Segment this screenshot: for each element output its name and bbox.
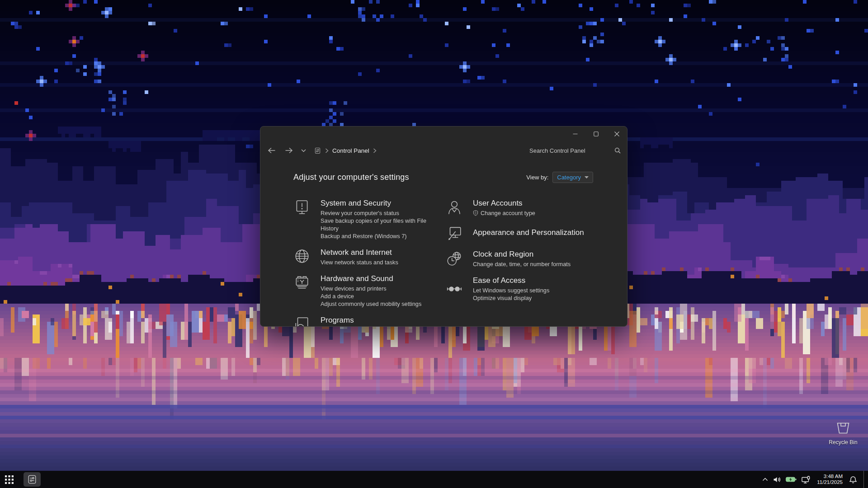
uac-shield-icon [473,210,478,216]
category-link[interactable]: View devices and printers [321,285,421,292]
category-title[interactable]: Programs [321,315,371,325]
category-title[interactable]: Hardware and Sound [321,274,421,283]
category-programs: ProgramsUninstall a program [293,315,443,327]
system-tray: 3:48 AM 11/21/2025 [762,471,868,488]
category-link-text: Save backup copies of your files with Fi… [321,217,443,232]
close-button[interactable] [606,127,627,141]
category-link[interactable]: Review your computer's status [321,209,443,217]
category-link-text: View devices and printers [321,285,387,292]
control-panel-app-icon [27,474,37,484]
clock-time: 3:48 AM [817,474,843,479]
category-link[interactable]: Let Windows suggest settings [473,286,549,294]
category-title[interactable]: Appearance and Personalization [473,228,584,237]
control-panel-window: Control Panel Adjust your computer's set… [260,126,627,327]
notifications-bell-icon[interactable] [849,476,857,483]
ease-access-icon [446,280,463,297]
category-title[interactable]: Clock and Region [473,249,571,259]
search-box[interactable] [528,147,619,155]
category-link-text: Optimize visual display [473,294,532,302]
user-accounts-icon [446,199,463,216]
category-link-text: Uninstall a program [321,326,371,327]
maximize-button[interactable] [585,127,606,141]
taskbar-control-panel-button[interactable] [24,472,41,487]
category-appearance-and-personalization: Appearance and Personalization [446,225,599,242]
category-title[interactable]: Network and Internet [321,248,398,257]
appearance-icon [446,225,463,242]
category-link[interactable]: Save backup copies of your files with Fi… [321,217,443,232]
category-link[interactable]: Optimize visual display [473,294,549,302]
desktop: Recycle Bin [0,0,868,488]
search-icon [614,147,621,154]
forward-button[interactable] [285,147,293,154]
breadcrumb-chevron-icon[interactable] [325,148,329,153]
network-internet-icon [293,248,311,265]
category-link-text: Change date, time, or number formats [473,260,571,268]
category-link-text: Backup and Restore (Windows 7) [321,232,407,240]
minimize-button[interactable] [565,127,585,141]
volume-icon[interactable] [773,476,781,483]
category-system-and-security: System and SecurityReview your computer'… [293,198,443,240]
category-link-text: Change account type [481,209,535,217]
category-link-text: Review your computer's status [321,209,399,217]
clock-date: 11/21/2025 [817,479,843,485]
category-link[interactable]: View network status and tasks [321,258,398,266]
back-button[interactable] [268,147,276,154]
category-link[interactable]: Uninstall a program [321,326,371,327]
category-title[interactable]: Ease of Access [473,276,549,285]
system-security-icon [293,198,311,216]
category-link-text: Add a device [321,292,354,300]
category-hardware-and-sound: Hardware and SoundView devices and print… [293,274,443,308]
recent-locations-chevron-icon[interactable] [301,149,306,152]
category-link-text: View network status and tasks [321,258,398,266]
breadcrumb[interactable]: Control Panel [332,147,369,154]
search-input[interactable] [528,147,610,155]
taskbar-clock[interactable]: 3:48 AM 11/21/2025 [817,474,843,485]
category-link[interactable]: Change date, time, or number formats [473,260,571,268]
category-link[interactable]: Backup and Restore (Windows 7) [321,232,443,240]
control-panel-address-icon[interactable] [314,147,321,154]
titlebar[interactable] [260,127,627,141]
view-by-value: Category [557,174,581,181]
category-link[interactable]: Change account type [473,209,535,217]
category-title[interactable]: User Accounts [473,198,535,208]
page-title: Adjust your computer's settings [293,173,409,182]
category-link-text: Let Windows suggest settings [473,286,549,294]
show-desktop-button[interactable] [863,471,866,488]
categories-right-column: User AccountsChange account typeAppearan… [446,198,599,310]
category-user-accounts: User AccountsChange account type [446,198,599,217]
category-network-and-internet: Network and InternetView network status … [293,248,443,266]
taskbar: 3:48 AM 11/21/2025 [0,471,868,488]
start-button[interactable] [0,471,18,488]
maximize-icon [594,131,599,136]
breadcrumb-chevron-icon[interactable] [373,148,377,153]
clock-region-icon [446,250,463,267]
network-icon[interactable] [802,476,810,483]
chevron-down-icon [585,176,589,179]
view-by-label: View by: [526,174,548,181]
recycle-bin-icon [834,419,852,437]
category-title[interactable]: System and Security [321,198,443,208]
hidden-icons-chevron-icon[interactable] [762,478,768,481]
minimize-icon [573,131,578,136]
category-link[interactable]: Add a device [321,292,421,300]
category-ease-of-access: Ease of AccessLet Windows suggest settin… [446,276,599,302]
battery-charging-icon[interactable] [786,476,797,483]
category-link[interactable]: Adjust commonly used mobility settings [321,300,421,308]
start-grid-icon [5,475,14,484]
navigation-bar: Control Panel [260,141,627,160]
hardware-sound-icon [293,274,311,291]
category-link-text: Adjust commonly used mobility settings [321,300,421,308]
category-clock-and-region: Clock and RegionChange date, time, or nu… [446,249,599,268]
recycle-bin[interactable]: Recycle Bin [826,419,861,446]
recycle-bin-label[interactable]: Recycle Bin [829,439,857,446]
close-icon [614,131,619,136]
programs-icon [293,315,311,327]
view-by-dropdown[interactable]: Category [552,172,593,183]
control-panel-home: Adjust your computer's settings View by:… [260,160,627,183]
categories-left-column: System and SecurityReview your computer'… [293,198,443,327]
